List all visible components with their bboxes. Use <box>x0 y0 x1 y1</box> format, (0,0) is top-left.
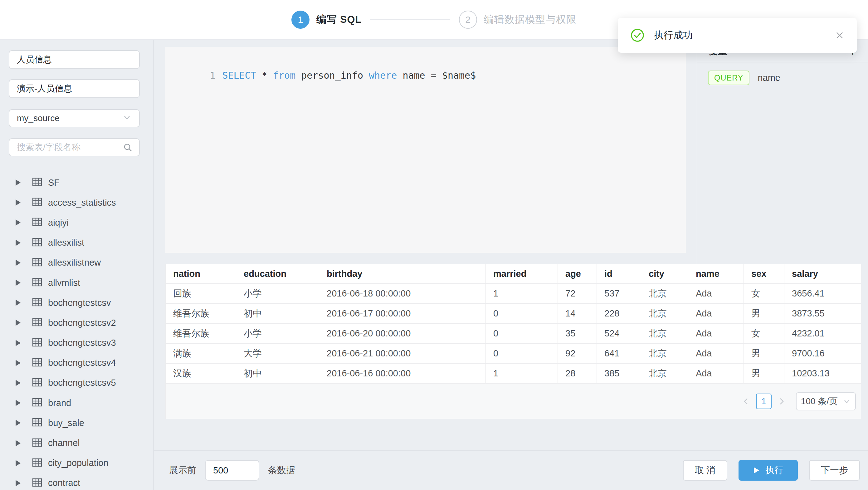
close-icon[interactable] <box>835 31 844 40</box>
cell-married: 0 <box>486 304 558 324</box>
sql-model-wizard: 1 编写 SQL 2 编辑数据模型与权限 my_source SFaccess_ <box>0 0 868 490</box>
tree-item-bochengtestcsv3[interactable]: bochengtestcsv3 <box>0 333 154 353</box>
datasource-select-value: my_source <box>17 113 60 123</box>
search-icon <box>123 143 133 154</box>
caret-right-icon[interactable] <box>16 219 21 226</box>
tree-item-city_population[interactable]: city_population <box>0 453 154 473</box>
table-icon <box>32 457 42 469</box>
caret-right-icon[interactable] <box>16 319 21 326</box>
cell-education: 小学 <box>236 324 319 344</box>
table-icon <box>32 417 42 429</box>
cell-nation: 满族 <box>166 344 236 364</box>
play-icon <box>753 467 760 474</box>
table-icon <box>32 317 42 329</box>
column-header-age: age <box>558 264 597 284</box>
page-size-select[interactable]: 100 条/页 <box>796 392 856 410</box>
table-row: 汉族初中2016-06-16 00:00:00128385北京Ada男10203… <box>166 364 862 384</box>
cell-nation: 维吾尔族 <box>166 324 236 344</box>
variables-list: QUERYname <box>698 70 868 85</box>
cell-city: 北京 <box>641 344 688 364</box>
step-2-edit-model[interactable]: 2 编辑数据模型与权限 <box>459 10 577 29</box>
tree-item-allesxilistnew[interactable]: allesxilistnew <box>0 253 154 273</box>
cell-birthday: 2016-06-17 00:00:00 <box>319 304 486 324</box>
tree-item-bochengtestcsv[interactable]: bochengtestcsv <box>0 293 154 313</box>
page-number-1[interactable]: 1 <box>756 394 772 409</box>
sql-token-keyword: SELECT <box>222 70 256 81</box>
sql-token-plain: name = $name$ <box>397 70 476 81</box>
cell-city: 北京 <box>641 364 688 384</box>
caret-right-icon[interactable] <box>16 180 21 186</box>
caret-right-icon[interactable] <box>16 420 21 426</box>
search-input[interactable] <box>9 138 140 156</box>
tree-item-SF[interactable]: SF <box>0 173 154 192</box>
caret-right-icon[interactable] <box>16 380 21 386</box>
sql-code: SELECT * from person_info where name = $… <box>222 70 476 81</box>
cell-id: 385 <box>597 364 641 384</box>
tree-item-contract[interactable]: contract <box>0 473 154 490</box>
execute-button[interactable]: 执行 <box>739 460 798 481</box>
tree-item-bochengtestcsv2[interactable]: bochengtestcsv2 <box>0 313 154 333</box>
cell-salary: 3873.55 <box>784 304 862 324</box>
column-header-birthday: birthday <box>319 264 486 284</box>
variables-panel: 变量 + QUERYname <box>697 40 868 264</box>
table-icon <box>32 277 42 289</box>
caret-right-icon[interactable] <box>16 360 21 366</box>
tree-item-access_statistics[interactable]: access_statistics <box>0 192 154 213</box>
next-step-button[interactable]: 下一步 <box>809 460 860 481</box>
tree-item-bochengtestcsv5[interactable]: bochengtestcsv5 <box>0 373 154 393</box>
cell-education: 初中 <box>236 304 319 324</box>
caret-right-icon[interactable] <box>16 400 21 406</box>
sql-token-keyword: from <box>273 70 296 81</box>
tree-item-bochengtestcsv4[interactable]: bochengtestcsv4 <box>0 353 154 373</box>
tree-item-label: buy_sale <box>48 418 84 428</box>
sql-token-keyword: where <box>369 70 397 81</box>
column-header-nation: nation <box>166 264 236 284</box>
table-row: 满族大学2016-06-21 00:00:00092641北京Ada男9700.… <box>166 344 862 364</box>
cell-age: 92 <box>558 344 597 364</box>
column-header-id: id <box>597 264 641 284</box>
cell-birthday: 2016-06-16 00:00:00 <box>319 364 486 384</box>
cell-married: 0 <box>486 324 558 344</box>
tree-item-label: city_population <box>48 458 108 468</box>
tree-item-label: channel <box>48 438 80 448</box>
table-row: 回族小学2016-06-18 00:00:00172537北京Ada女3656.… <box>166 284 862 304</box>
bottom-action-bar: 展示前 条数据 取 消 执行 下一步 <box>154 450 868 490</box>
prev-page-button[interactable] <box>739 394 753 409</box>
tree-item-allesxilist[interactable]: allesxilist <box>0 233 154 253</box>
model-name-input[interactable] <box>9 50 140 69</box>
table-icon <box>32 437 42 449</box>
tree-item-brand[interactable]: brand <box>0 393 154 413</box>
tree-item-label: allesxilist <box>48 238 84 248</box>
tree-item-buy_sale[interactable]: buy_sale <box>0 413 154 433</box>
tree-item-label: allesxilistnew <box>48 257 101 268</box>
caret-right-icon[interactable] <box>16 340 21 346</box>
cell-sex: 男 <box>744 304 784 324</box>
tree-item-channel[interactable]: channel <box>0 433 154 453</box>
cell-salary: 10203.13 <box>784 364 862 384</box>
model-display-name-input[interactable] <box>9 79 140 98</box>
cell-education: 初中 <box>236 364 319 384</box>
caret-right-icon[interactable] <box>16 240 21 246</box>
caret-right-icon[interactable] <box>16 460 21 466</box>
datasource-select[interactable]: my_source <box>9 109 140 127</box>
caret-right-icon[interactable] <box>16 480 21 486</box>
caret-right-icon[interactable] <box>16 280 21 286</box>
tree-item-allvmlist[interactable]: allvmlist <box>0 273 154 293</box>
caret-right-icon[interactable] <box>16 200 21 206</box>
sql-editor[interactable]: 1SELECT * from person_info where name = … <box>165 47 686 253</box>
column-header-married: married <box>486 264 558 284</box>
limit-suffix-label: 条数据 <box>268 464 295 477</box>
caret-right-icon[interactable] <box>16 260 21 266</box>
table-icon <box>32 177 42 188</box>
tree-item-label: SF <box>48 178 60 188</box>
tree-item-aiqiyi[interactable]: aiqiyi <box>0 213 154 233</box>
caret-right-icon[interactable] <box>16 440 21 446</box>
caret-right-icon[interactable] <box>16 300 21 306</box>
row-limit-input[interactable] <box>205 460 259 481</box>
step-1-write-sql[interactable]: 1 编写 SQL <box>291 10 362 29</box>
step-1-badge: 1 <box>291 10 310 29</box>
table-icon <box>32 217 42 228</box>
next-page-button[interactable] <box>774 394 789 409</box>
cancel-button[interactable]: 取 消 <box>683 460 727 481</box>
tree-item-label: bochengtestcsv5 <box>48 378 116 388</box>
